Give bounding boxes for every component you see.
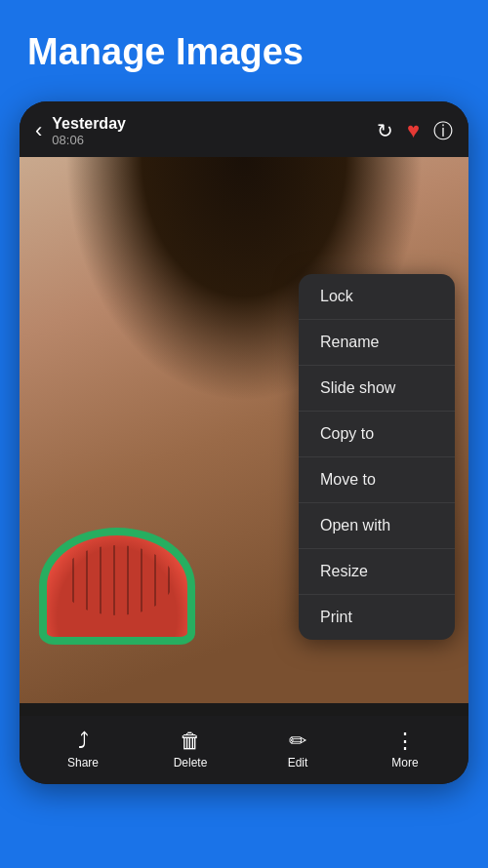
- refresh-icon[interactable]: ↻: [377, 119, 393, 142]
- page-title: Manage Images: [27, 31, 461, 74]
- back-button[interactable]: ‹: [35, 118, 42, 143]
- menu-item-print[interactable]: Print: [299, 595, 455, 640]
- heart-icon[interactable]: ♥: [407, 118, 420, 143]
- share-icon: ⤴: [78, 730, 89, 752]
- edit-icon: ✏: [289, 730, 306, 752]
- image-area: Lock Rename Slide show Copy to Move to O…: [20, 157, 468, 703]
- edit-label: Edit: [288, 756, 308, 769]
- phone-frame: ‹ Yesterday 08:06 ↻ ♥ ⓘ Lock Rename: [20, 101, 468, 784]
- header-icons: ↻ ♥ ⓘ: [377, 118, 453, 144]
- menu-item-lock[interactable]: Lock: [299, 274, 455, 320]
- delete-icon: 🗑: [180, 730, 201, 752]
- share-label: Share: [67, 756, 99, 769]
- menu-item-open-with[interactable]: Open with: [299, 503, 455, 549]
- menu-item-copy-to[interactable]: Copy to: [299, 412, 455, 457]
- photo-time: 08:06: [52, 133, 367, 147]
- header-info: Yesterday 08:06: [52, 115, 367, 147]
- delete-label: Delete: [174, 756, 208, 769]
- photo-watermelon: [39, 528, 195, 645]
- info-icon[interactable]: ⓘ: [433, 118, 453, 144]
- menu-item-slide-show[interactable]: Slide show: [299, 366, 455, 412]
- top-section: Manage Images: [0, 0, 488, 101]
- nav-more[interactable]: ⋮ More: [351, 730, 459, 769]
- photo-date: Yesterday: [52, 115, 367, 133]
- bottom-nav: ⤴ Share 🗑 Delete ✏ Edit ⋮ More: [20, 716, 468, 784]
- photo-header: ‹ Yesterday 08:06 ↻ ♥ ⓘ: [20, 101, 468, 157]
- menu-item-rename[interactable]: Rename: [299, 320, 455, 366]
- nav-edit[interactable]: ✏ Edit: [244, 730, 351, 769]
- menu-item-move-to[interactable]: Move to: [299, 457, 455, 503]
- context-menu: Lock Rename Slide show Copy to Move to O…: [299, 274, 455, 640]
- more-label: More: [391, 756, 418, 769]
- more-icon: ⋮: [394, 730, 416, 752]
- menu-item-resize[interactable]: Resize: [299, 549, 455, 595]
- phone-container: ‹ Yesterday 08:06 ↻ ♥ ⓘ Lock Rename: [0, 101, 488, 784]
- nav-delete[interactable]: 🗑 Delete: [137, 730, 244, 769]
- nav-share[interactable]: ⤴ Share: [29, 730, 137, 769]
